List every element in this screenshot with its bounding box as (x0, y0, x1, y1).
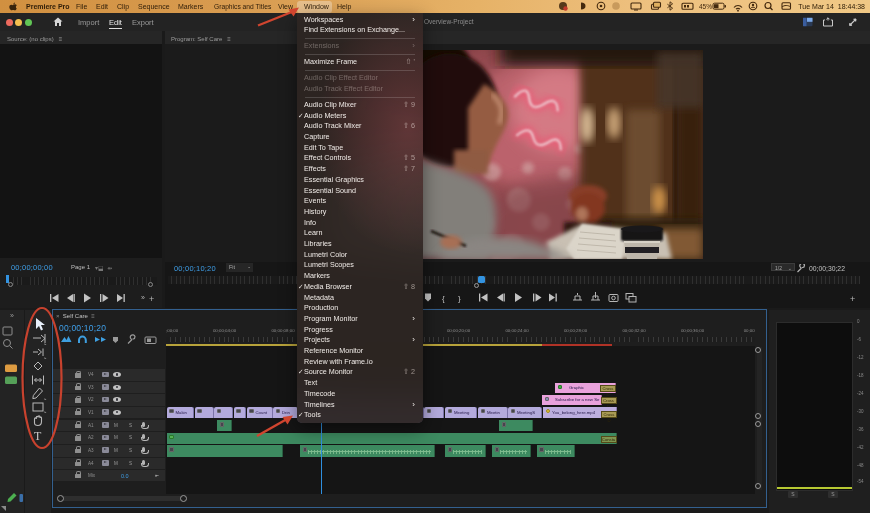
svg-text:{: { (442, 294, 445, 303)
svg-text:45%: 45% (699, 3, 712, 10)
svg-text:»: » (141, 294, 145, 301)
svg-text:+: + (850, 294, 855, 304)
svg-text:»: » (10, 312, 14, 319)
svg-text:+: + (149, 294, 154, 304)
svg-text:T: T (34, 429, 42, 443)
svg-text:}: } (458, 294, 461, 303)
